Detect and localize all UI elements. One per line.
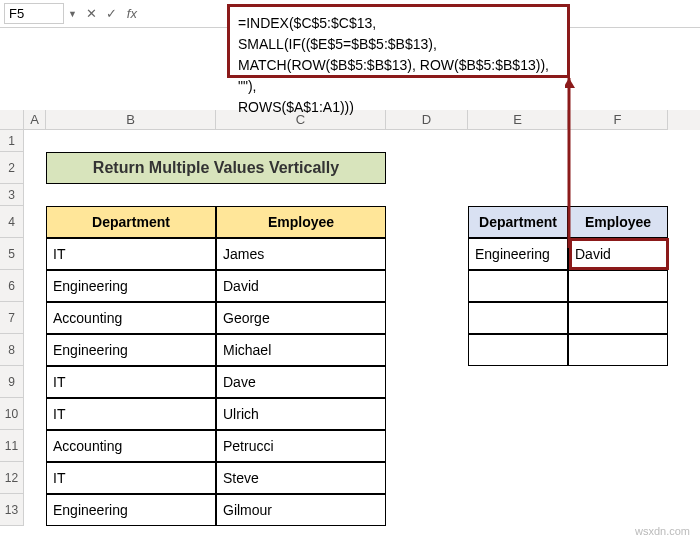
right-cell[interactable] xyxy=(568,270,668,302)
row-header-10[interactable]: 10 xyxy=(0,398,24,430)
table-row[interactable]: Engineering xyxy=(46,270,216,302)
callout-arrow xyxy=(565,78,605,253)
formula-callout: =INDEX($C$5:$C$13, SMALL(IF(($E$5=$B$5:$… xyxy=(227,4,570,78)
cell-E9[interactable] xyxy=(468,366,568,398)
row-header-1[interactable]: 1 xyxy=(0,130,24,152)
col-header-B[interactable]: B xyxy=(46,110,216,130)
cell-D3[interactable] xyxy=(386,184,468,206)
table-row[interactable]: David xyxy=(216,270,386,302)
cell-A12[interactable] xyxy=(24,462,46,494)
watermark: wsxdn.com xyxy=(635,525,690,537)
cell-A1[interactable] xyxy=(24,130,46,152)
table-row[interactable]: Ulrich xyxy=(216,398,386,430)
select-all-corner[interactable] xyxy=(0,110,24,130)
row-header-7[interactable]: 7 xyxy=(0,302,24,334)
cell-F13[interactable] xyxy=(568,494,668,526)
name-box-dropdown-icon[interactable]: ▼ xyxy=(68,9,77,19)
table-row[interactable]: IT xyxy=(46,366,216,398)
cell-E13[interactable] xyxy=(468,494,568,526)
table-row[interactable]: James xyxy=(216,238,386,270)
cell-D1[interactable] xyxy=(386,130,468,152)
confirm-icon[interactable]: ✓ xyxy=(105,6,119,21)
cell-F11[interactable] xyxy=(568,430,668,462)
row-header-8[interactable]: 8 xyxy=(0,334,24,366)
cell-F10[interactable] xyxy=(568,398,668,430)
row-header-6[interactable]: 6 xyxy=(0,270,24,302)
row-header-3[interactable]: 3 xyxy=(0,184,24,206)
right-cell[interactable] xyxy=(468,334,568,366)
table-row[interactable]: IT xyxy=(46,398,216,430)
right-cell[interactable] xyxy=(468,270,568,302)
row-header-11[interactable]: 11 xyxy=(0,430,24,462)
table-row[interactable]: IT xyxy=(46,462,216,494)
cell-E3[interactable] xyxy=(468,184,568,206)
table-row[interactable]: Steve xyxy=(216,462,386,494)
table-row[interactable]: Accounting xyxy=(46,302,216,334)
cell-E1[interactable] xyxy=(468,130,568,152)
cell-E2[interactable] xyxy=(468,152,568,184)
cell-E12[interactable] xyxy=(468,462,568,494)
cell-E10[interactable] xyxy=(468,398,568,430)
formula-line-2: MATCH(ROW($B$5:$B$13), ROW($B$5:$B$13)),… xyxy=(238,55,559,97)
cell-A11[interactable] xyxy=(24,430,46,462)
cell-D9[interactable] xyxy=(386,366,468,398)
right-cell[interactable] xyxy=(468,302,568,334)
table-row[interactable]: Engineering xyxy=(46,494,216,526)
table-row[interactable]: Michael xyxy=(216,334,386,366)
cell-D7[interactable] xyxy=(386,302,468,334)
title-cell[interactable]: Return Multiple Values Vertically xyxy=(46,152,386,184)
cell-A9[interactable] xyxy=(24,366,46,398)
row-header-5[interactable]: 5 xyxy=(0,238,24,270)
table-row[interactable]: George xyxy=(216,302,386,334)
cell-B1[interactable] xyxy=(46,130,216,152)
right-cell[interactable] xyxy=(568,302,668,334)
cell-A7[interactable] xyxy=(24,302,46,334)
cell-D12[interactable] xyxy=(386,462,468,494)
table-row[interactable]: Petrucci xyxy=(216,430,386,462)
cell-A6[interactable] xyxy=(24,270,46,302)
cell-C1[interactable] xyxy=(216,130,386,152)
cell-F12[interactable] xyxy=(568,462,668,494)
cell-F9[interactable] xyxy=(568,366,668,398)
right-cell-dept[interactable]: Engineering xyxy=(468,238,568,270)
cell-A10[interactable] xyxy=(24,398,46,430)
right-cell[interactable] xyxy=(568,334,668,366)
row-header-13[interactable]: 13 xyxy=(0,494,24,526)
left-header-dept[interactable]: Department xyxy=(46,206,216,238)
cell-D11[interactable] xyxy=(386,430,468,462)
fx-icon[interactable]: fx xyxy=(125,6,139,21)
table-row[interactable]: IT xyxy=(46,238,216,270)
formula-line-3: ROWS($A$1:A1))) xyxy=(238,97,559,118)
cell-D4[interactable] xyxy=(386,206,468,238)
cell-A3[interactable] xyxy=(24,184,46,206)
table-row[interactable]: Gilmour xyxy=(216,494,386,526)
row-header-9[interactable]: 9 xyxy=(0,366,24,398)
table-row[interactable]: Accounting xyxy=(46,430,216,462)
cell-A2[interactable] xyxy=(24,152,46,184)
cell-C3[interactable] xyxy=(216,184,386,206)
cell-D5[interactable] xyxy=(386,238,468,270)
table-row[interactable]: Engineering xyxy=(46,334,216,366)
formula-line-1: =INDEX($C$5:$C$13, SMALL(IF(($E$5=$B$5:$… xyxy=(238,13,559,55)
cell-D2[interactable] xyxy=(386,152,468,184)
cell-E11[interactable] xyxy=(468,430,568,462)
cell-D8[interactable] xyxy=(386,334,468,366)
right-header-dept[interactable]: Department xyxy=(468,206,568,238)
cell-A4[interactable] xyxy=(24,206,46,238)
cell-A8[interactable] xyxy=(24,334,46,366)
cell-A13[interactable] xyxy=(24,494,46,526)
row-header-12[interactable]: 12 xyxy=(0,462,24,494)
row-header-4[interactable]: 4 xyxy=(0,206,24,238)
col-header-A[interactable]: A xyxy=(24,110,46,130)
row-header-2[interactable]: 2 xyxy=(0,152,24,184)
cell-B3[interactable] xyxy=(46,184,216,206)
cell-A5[interactable] xyxy=(24,238,46,270)
cell-D13[interactable] xyxy=(386,494,468,526)
table-row[interactable]: Dave xyxy=(216,366,386,398)
name-box[interactable] xyxy=(4,3,64,24)
left-header-emp[interactable]: Employee xyxy=(216,206,386,238)
cell-D6[interactable] xyxy=(386,270,468,302)
cell-D10[interactable] xyxy=(386,398,468,430)
cancel-icon[interactable]: ✕ xyxy=(85,6,99,21)
